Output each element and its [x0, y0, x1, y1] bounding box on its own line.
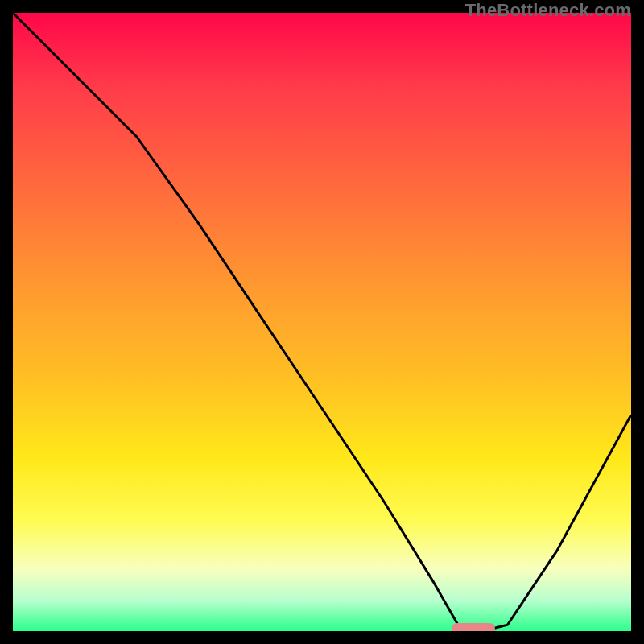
chart-frame — [0, 0, 644, 644]
watermark-text: TheBottleneck.com — [465, 0, 631, 21]
